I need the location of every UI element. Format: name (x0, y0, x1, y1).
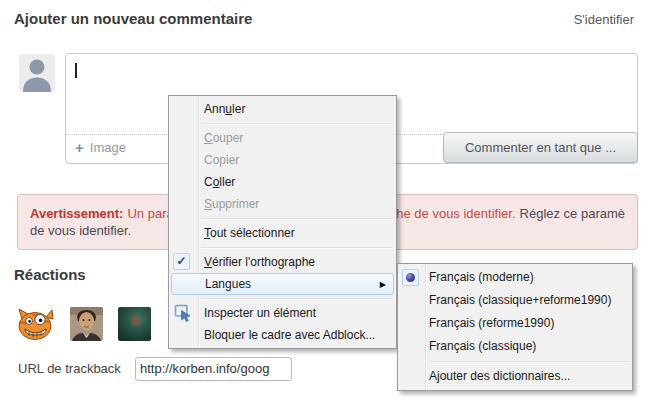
trackback-input[interactable]: http://korben.info/goog (135, 357, 292, 381)
submenu-item-francais-moderne[interactable]: Français (moderne) (398, 266, 632, 289)
menu-item-copier: Copier (169, 149, 396, 171)
reaction-avatar-cat[interactable] (16, 307, 55, 341)
menu-separator (201, 298, 393, 299)
menu-separator (430, 361, 629, 362)
menu-separator (201, 218, 393, 219)
person-icon (19, 54, 55, 92)
text-caret (75, 63, 77, 78)
submenu-item-francais-reforme1990[interactable]: Français (reforme1990) (398, 312, 632, 335)
submenu-item-ajouter-dictionnaires[interactable]: Ajouter des dictionnaires... (398, 365, 632, 388)
menu-item-tout-selectionner[interactable]: Tout sélectionner (169, 222, 396, 244)
comment-as-button[interactable]: Commenter en tant que ... (443, 132, 638, 163)
page-title: Ajouter un nouveau commentaire (14, 10, 252, 27)
avatar-placeholder (19, 54, 55, 92)
cat-avatar-image (16, 307, 55, 341)
menu-item-langues[interactable]: Langues ▶ (171, 273, 394, 295)
menu-item-inspecter-element[interactable]: Inspecter un élément (169, 302, 396, 324)
radio-selected-icon (402, 269, 419, 286)
add-image-label: Image (90, 140, 126, 155)
context-menu: Annuler Couper Copier Coller Supprimer T… (168, 95, 397, 349)
portrait-avatar-image (70, 307, 103, 341)
language-submenu: Français (moderne) Français (classique+r… (397, 263, 633, 391)
signin-link[interactable]: S'identifier (574, 12, 634, 27)
submenu-item-francais-classique-reforme1990[interactable]: Français (classique+reforme1990) (398, 289, 632, 312)
menu-item-annuler[interactable]: Annuler (169, 98, 396, 120)
reaction-avatar-portrait[interactable] (70, 307, 103, 341)
menu-item-coller[interactable]: Coller (169, 171, 396, 193)
trackback-label: URL de trackback (18, 361, 121, 376)
checkmark-icon: ✓ (173, 253, 190, 270)
warning-label: Avertissement: (30, 206, 123, 221)
reaction-avatar-artwork[interactable] (118, 307, 151, 341)
comment-widget: Ajouter un nouveau commentaire S'identif… (0, 0, 659, 402)
inspect-icon (174, 304, 192, 322)
menu-item-bloquer-adblock[interactable]: Bloquer le cadre avec Adblock... (169, 324, 396, 346)
submenu-item-francais-classique[interactable]: Français (classique) (398, 335, 632, 358)
add-image-button[interactable]: + Image (75, 139, 126, 156)
menu-separator (201, 123, 393, 124)
menu-item-couper: Couper (169, 127, 396, 149)
warning-dark-text-2: de vous identifier. (30, 223, 131, 238)
warning-dark-text-1: Réglez ce paramètre afin (520, 206, 625, 221)
menu-item-verifier-orthographe[interactable]: ✓Vérifier l'orthographe (169, 251, 396, 273)
menu-item-supprimer: Supprimer (169, 193, 396, 215)
reactions-title: Réactions (14, 266, 86, 283)
menu-separator (201, 247, 393, 248)
plus-icon: + (75, 139, 84, 156)
submenu-arrow-icon: ▶ (380, 275, 386, 295)
